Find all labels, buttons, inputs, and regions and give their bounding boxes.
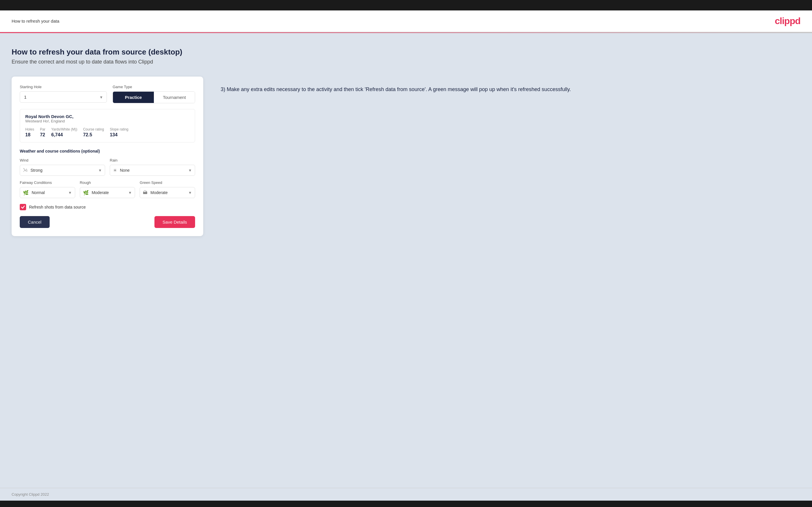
green-speed-icon: 🏔 xyxy=(140,190,150,195)
course-rating-label: Course rating xyxy=(83,127,104,131)
holes-label: Holes xyxy=(25,127,34,131)
starting-hole-select[interactable]: 1 10 xyxy=(20,92,107,102)
rain-select[interactable]: None Light Heavy xyxy=(120,165,195,175)
top-fields-row: Starting Hole 1 10 ▼ Game Type Practice … xyxy=(20,85,195,103)
cancel-button[interactable]: Cancel xyxy=(20,216,50,228)
fairway-field: Fairway Conditions 🌿 Normal Firm Soft ▼ xyxy=(20,180,75,198)
checkmark-icon xyxy=(21,205,25,209)
rain-field: Rain ☀ None Light Heavy ▼ xyxy=(110,158,195,176)
green-speed-select-wrapper: 🏔 Moderate Fast Slow ▼ xyxy=(140,187,195,198)
par-value: 72 xyxy=(40,132,46,137)
refresh-checkbox-row: Refresh shots from data source xyxy=(20,204,195,210)
rough-select-wrapper: 🌿 Moderate Light Heavy ▼ xyxy=(80,187,135,198)
fairway-label: Fairway Conditions xyxy=(20,180,75,185)
wind-label: Wind xyxy=(20,158,105,162)
rough-select[interactable]: Moderate Light Heavy xyxy=(92,187,135,198)
slope-rating-value: 134 xyxy=(110,132,128,137)
rough-label: Rough xyxy=(80,180,135,185)
holes-stat: Holes 18 xyxy=(25,127,34,137)
footer: Copyright Clippd 2022 xyxy=(0,488,812,501)
rough-field: Rough 🌿 Moderate Light Heavy ▼ xyxy=(80,180,135,198)
course-rating-value: 72.5 xyxy=(83,132,104,137)
course-location: Westward Ho!, England xyxy=(25,119,190,123)
wind-select-wrapper: 🌬 Strong Light None ▼ xyxy=(20,165,105,176)
starting-hole-section: Starting Hole 1 10 ▼ xyxy=(20,85,107,103)
course-info-box: Royal North Devon GC, Westward Ho!, Engl… xyxy=(20,109,195,143)
course-stats: Holes 18 Par 72 Yards/White (M)) 6,744 C… xyxy=(25,127,190,137)
wind-select[interactable]: Strong Light None xyxy=(31,165,105,175)
rain-select-wrapper: ☀ None Light Heavy ▼ xyxy=(110,165,195,176)
save-button[interactable]: Save Details xyxy=(154,216,195,228)
game-type-buttons: Practice Tournament xyxy=(113,91,195,103)
wind-rain-row: Wind 🌬 Strong Light None ▼ Rain ☀ xyxy=(20,158,195,176)
yards-label: Yards/White (M)) xyxy=(51,127,77,131)
green-speed-label: Green Speed xyxy=(140,180,195,185)
card: Starting Hole 1 10 ▼ Game Type Practice … xyxy=(12,76,203,236)
refresh-checkbox[interactable] xyxy=(20,204,26,210)
side-text: 3) Make any extra edits necessary to the… xyxy=(221,76,800,94)
page-subheading: Ensure the correct and most up to date d… xyxy=(12,59,800,65)
course-name: Royal North Devon GC, xyxy=(25,114,190,119)
yards-stat: Yards/White (M)) 6,744 xyxy=(51,127,77,137)
page-heading: How to refresh your data from source (de… xyxy=(12,48,800,57)
game-type-section: Game Type Practice Tournament xyxy=(113,85,195,103)
rough-icon: 🌿 xyxy=(80,190,92,195)
conditions-title: Weather and course conditions (optional) xyxy=(20,149,195,154)
fairway-rough-green-row: Fairway Conditions 🌿 Normal Firm Soft ▼ … xyxy=(20,180,195,198)
content-row: Starting Hole 1 10 ▼ Game Type Practice … xyxy=(12,76,800,236)
course-rating-stat: Course rating 72.5 xyxy=(83,127,104,137)
green-speed-field: Green Speed 🏔 Moderate Fast Slow ▼ xyxy=(140,180,195,198)
par-label: Par xyxy=(40,127,46,131)
fairway-icon: 🌿 xyxy=(20,190,32,195)
green-speed-select[interactable]: Moderate Fast Slow xyxy=(150,187,195,198)
copyright: Copyright Clippd 2022 xyxy=(12,492,49,497)
main-content: How to refresh your data from source (de… xyxy=(0,33,812,488)
button-row: Cancel Save Details xyxy=(20,216,195,228)
yards-value: 6,744 xyxy=(51,132,77,137)
logo: clippd xyxy=(775,16,800,26)
slope-rating-label: Slope rating xyxy=(110,127,128,131)
rain-label: Rain xyxy=(110,158,195,162)
tournament-tab[interactable]: Tournament xyxy=(154,92,195,103)
side-description: 3) Make any extra edits necessary to the… xyxy=(221,85,800,94)
starting-hole-label: Starting Hole xyxy=(20,85,107,89)
starting-hole-select-wrapper: 1 10 ▼ xyxy=(20,91,107,103)
fairway-select[interactable]: Normal Firm Soft xyxy=(32,187,75,198)
slope-rating-stat: Slope rating 134 xyxy=(110,127,128,137)
header-title: How to refresh your data xyxy=(12,18,59,23)
rain-icon: ☀ xyxy=(110,168,120,173)
game-type-label: Game Type xyxy=(113,85,195,89)
refresh-label: Refresh shots from data source xyxy=(29,205,86,210)
holes-value: 18 xyxy=(25,132,34,137)
wind-icon: 🌬 xyxy=(20,168,31,173)
par-stat: Par 72 xyxy=(40,127,46,137)
header: How to refresh your data clippd xyxy=(0,10,812,32)
top-bar xyxy=(0,0,812,10)
fairway-select-wrapper: 🌿 Normal Firm Soft ▼ xyxy=(20,187,75,198)
practice-tab[interactable]: Practice xyxy=(113,92,154,103)
wind-field: Wind 🌬 Strong Light None ▼ xyxy=(20,158,105,176)
